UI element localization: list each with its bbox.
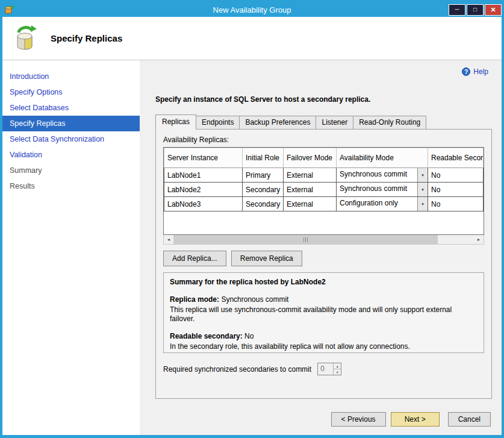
replica-mode-line: Replica mode: Synchronous commit: [170, 295, 478, 304]
readable-secondary-line: Readable secondary: No: [170, 332, 478, 341]
cell-role: Secondary: [243, 197, 284, 211]
col-initial-role: Initial Role: [243, 148, 284, 168]
spin-down-icon: ▼: [334, 369, 341, 375]
tab-read-only-routing[interactable]: Read-Only Routing: [353, 116, 426, 129]
new-availability-group-window: New Availability Group ─ □ ✕ Specify Rep…: [0, 0, 504, 438]
page-title: Specify Replicas: [51, 33, 122, 43]
spin-up-icon: ▲: [334, 363, 341, 369]
sidebar-item-validation[interactable]: Validation: [2, 147, 140, 163]
scroll-right-icon[interactable]: ►: [474, 235, 484, 244]
horizontal-scrollbar[interactable]: ◄ ►: [163, 235, 484, 245]
col-readable-secondary: Readable Secondary: [428, 148, 484, 168]
add-replica-button[interactable]: Add Replica...: [163, 251, 226, 266]
cell-failover: External: [284, 183, 337, 197]
replica-mode-description: This replica will use synchronous-commit…: [170, 305, 478, 324]
scroll-left-icon[interactable]: ◄: [164, 235, 173, 244]
cell-readable: No: [428, 168, 484, 183]
quorum-label: Required synchronized secondaries to com…: [163, 365, 311, 374]
table-row: LabNode2 Secondary External Synchronous …: [164, 183, 484, 197]
spinner-arrows: ▲ ▼: [333, 363, 341, 375]
availability-group-icon: [12, 24, 40, 53]
replica-summary-panel: Summary for the replica hosted by LabNod…: [163, 272, 484, 353]
sidebar-item-select-databases[interactable]: Select Databases: [2, 100, 140, 116]
col-failover-mode: Failover Mode: [284, 148, 337, 168]
tab-listener[interactable]: Listener: [316, 116, 353, 129]
cell-role: Primary: [243, 168, 284, 183]
previous-button[interactable]: < Previous: [331, 412, 386, 427]
replicas-tab-panel: Availability Replicas: Server Instance I…: [155, 129, 492, 399]
sidebar-item-specify-options[interactable]: Specify Options: [2, 84, 140, 100]
quorum-row: Required synchronized secondaries to com…: [163, 363, 484, 375]
availability-mode-dropdown[interactable]: Configuration only ▼: [337, 197, 428, 211]
close-button[interactable]: ✕: [485, 4, 502, 16]
scrollbar-thumb[interactable]: [173, 235, 438, 244]
replicas-grid: Server Instance Initial Role Failover Mo…: [163, 147, 484, 235]
chevron-down-icon[interactable]: ▼: [417, 197, 428, 211]
cancel-button[interactable]: Cancel: [448, 412, 491, 427]
cell-readable: No: [428, 183, 484, 197]
sidebar-item-select-data-synchronization[interactable]: Select Data Synchronization: [2, 131, 140, 147]
window-title: New Availability Group: [2, 5, 502, 14]
help-label: Help: [473, 67, 488, 76]
next-button[interactable]: Next >: [391, 412, 440, 427]
availability-replicas-label: Availability Replicas:: [163, 136, 484, 144]
readable-secondary-description: In the secondary role, this availability…: [170, 342, 478, 351]
tab-replicas[interactable]: Replicas: [155, 114, 196, 129]
tab-endpoints[interactable]: Endpoints: [196, 116, 240, 129]
remove-replica-button[interactable]: Remove Replica: [231, 251, 302, 266]
cell-server: LabNode2: [164, 183, 243, 197]
sidebar-item-summary: Summary: [2, 163, 140, 178]
tab-strip: Replicas Endpoints Backup Preferences Li…: [155, 114, 502, 129]
cell-failover: External: [284, 168, 337, 183]
sidebar-item-specify-replicas[interactable]: Specify Replicas: [2, 116, 140, 131]
quorum-value: 0: [318, 363, 333, 375]
scrollbar-track[interactable]: [173, 235, 474, 244]
cell-server: LabNode3: [164, 197, 243, 211]
cell-role: Secondary: [243, 183, 284, 197]
quorum-spinner: 0 ▲ ▼: [317, 363, 341, 375]
title-bar[interactable]: New Availability Group ─ □ ✕: [2, 2, 502, 17]
col-availability-mode: Availability Mode: [337, 148, 428, 168]
table-row: LabNode1 Primary External Synchronous co…: [164, 168, 484, 183]
main-content: ? Help Specify an instance of SQL Server…: [140, 60, 502, 435]
tab-backup-preferences[interactable]: Backup Preferences: [239, 116, 316, 129]
minimize-button[interactable]: ─: [449, 4, 465, 16]
cell-failover: External: [284, 197, 337, 211]
sidebar-item-results: Results: [2, 178, 140, 194]
wizard-step-sidebar: Introduction Specify Options Select Data…: [2, 60, 140, 435]
help-link[interactable]: ? Help: [462, 67, 488, 76]
grid-header-row: Server Instance Initial Role Failover Mo…: [164, 148, 484, 168]
availability-mode-dropdown[interactable]: Synchronous commit ▼: [337, 183, 428, 197]
sidebar-item-introduction[interactable]: Introduction: [2, 69, 140, 84]
table-row: LabNode3 Secondary External Configuratio…: [164, 197, 484, 211]
availability-mode-dropdown[interactable]: Synchronous commit ▼: [337, 168, 428, 183]
maximize-button[interactable]: □: [467, 4, 484, 16]
wizard-header: Specify Replicas: [2, 17, 502, 60]
summary-title: Summary for the replica hosted by LabNod…: [170, 278, 478, 287]
col-server-instance: Server Instance: [164, 148, 243, 168]
wizard-footer: < Previous Next > Cancel: [331, 412, 491, 427]
chevron-down-icon[interactable]: ▼: [417, 183, 428, 196]
help-icon: ?: [462, 67, 470, 76]
instruction-text: Specify an instance of SQL Server to hos…: [155, 95, 502, 104]
cell-readable: No: [428, 197, 484, 211]
chevron-down-icon[interactable]: ▼: [417, 168, 428, 182]
cell-server: LabNode1: [164, 168, 243, 183]
